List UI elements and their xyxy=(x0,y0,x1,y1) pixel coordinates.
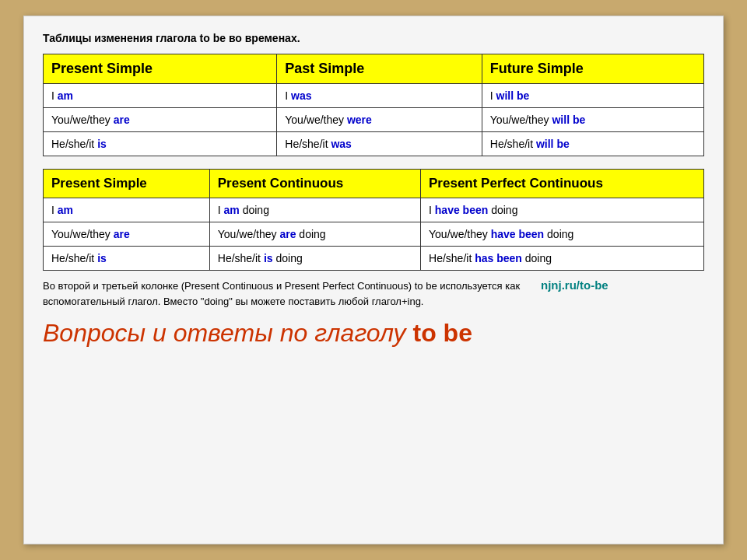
t2-r1-c3: I have been doing xyxy=(421,198,704,222)
verb: are xyxy=(114,114,130,126)
table2-container: Present Simple Present Continuous Presen… xyxy=(43,169,704,271)
verb: have been xyxy=(491,228,544,240)
table2-header-1: Present Simple xyxy=(44,170,210,198)
footer-title: Вопросы и ответы по глаголу to be xyxy=(43,318,704,348)
verb: were xyxy=(347,114,372,126)
note-row: Во второй и третьей колонке (Present Con… xyxy=(43,278,704,312)
table1-header-2: Past Simple xyxy=(277,54,482,84)
table1: Present Simple Past Simple Future Simple… xyxy=(43,54,704,156)
verb: was xyxy=(291,89,311,102)
table-row: I am I am doing I have been doing xyxy=(44,198,704,222)
table2: Present Simple Present Continuous Presen… xyxy=(43,169,704,271)
verb: am xyxy=(58,204,73,216)
verb: am xyxy=(224,204,240,216)
verb: am xyxy=(58,89,73,102)
t2-r1-c2: I am doing xyxy=(209,198,420,222)
verb: is xyxy=(264,252,273,264)
verb: is xyxy=(97,252,107,264)
table1-container: Present Simple Past Simple Future Simple… xyxy=(43,54,704,156)
verb: will be xyxy=(496,89,530,102)
verb: have been xyxy=(435,204,488,216)
table2-header-3: Present Perfect Continuous xyxy=(421,170,704,198)
verb: will be xyxy=(536,138,570,150)
t1-r1-c3: I will be xyxy=(482,84,703,108)
note-link[interactable]: njnj.ru/to-be xyxy=(541,278,608,292)
verb: will be xyxy=(552,114,585,126)
t2-r2-c3: You/we/they have been doing xyxy=(421,222,704,247)
table-row: He/she/it is He/she/it was He/she/it wil… xyxy=(44,132,704,156)
table-row: He/she/it is He/she/it is doing He/she/i… xyxy=(44,247,704,271)
t1-r3-c3: He/she/it will be xyxy=(482,132,703,156)
main-page: Таблицы изменения глагола to be во време… xyxy=(23,16,724,544)
table2-header-2: Present Continuous xyxy=(209,170,420,198)
table-row: You/we/they are You/we/they are doing Yo… xyxy=(44,222,704,247)
verb: was xyxy=(331,138,351,150)
t2-r1-c1: I am xyxy=(44,198,210,222)
verb: has been xyxy=(475,252,522,264)
verb: is xyxy=(97,138,107,150)
footer-text: Вопросы и ответы по глаголу xyxy=(43,319,412,347)
t1-r3-c2: He/she/it was xyxy=(277,132,482,156)
table-row: You/we/they are You/we/they were You/we/… xyxy=(44,108,704,132)
verb: are xyxy=(114,228,130,240)
t2-r3-c2: He/she/it is doing xyxy=(209,247,420,271)
verb: are xyxy=(279,228,296,240)
t1-r1-c2: I was xyxy=(277,84,482,108)
page-title: Таблицы изменения глагола to be во време… xyxy=(43,32,704,44)
t2-r2-c1: You/we/they are xyxy=(44,222,210,247)
t2-r3-c3: He/she/it has been doing xyxy=(421,247,704,271)
t2-r3-c1: He/she/it is xyxy=(44,247,210,271)
table1-header-1: Present Simple xyxy=(44,54,277,84)
footer-tobe: to be xyxy=(412,319,472,347)
t1-r2-c3: You/we/they will be xyxy=(482,108,703,132)
table-row: I am I was I will be xyxy=(44,84,704,108)
t1-r2-c1: You/we/they are xyxy=(44,108,277,132)
t1-r1-c1: I am xyxy=(44,84,277,108)
note-text: Во второй и третьей колонке (Present Con… xyxy=(43,278,525,309)
table1-header-3: Future Simple xyxy=(482,54,703,84)
t2-r2-c2: You/we/they are doing xyxy=(209,222,420,247)
t1-r2-c2: You/we/they were xyxy=(277,108,482,132)
t1-r3-c1: He/she/it is xyxy=(44,132,277,156)
